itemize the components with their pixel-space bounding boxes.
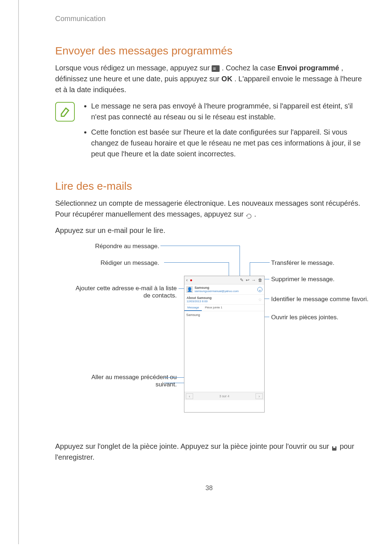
sender-row: 👤 Samsung samsungusermanual@yahoo.com ⌄: [184, 284, 264, 295]
email-diagram: Répondre au message. Rédiger un message.…: [55, 241, 375, 430]
note-block: Le message ne sera pas envoyé à l'heure …: [55, 100, 363, 164]
tab-attachment[interactable]: Pièce jointe 1: [202, 305, 225, 311]
section1-paragraph: Lorsque vous rédigez un message, appuyez…: [55, 62, 363, 95]
forward-icon[interactable]: →: [252, 278, 256, 283]
callout-forward: Transférer le message.: [271, 259, 334, 267]
para5: Appuyez sur l'onglet de la pièce jointe.…: [55, 441, 363, 463]
sender-email: samsungusermanual@yahoo.com: [195, 290, 256, 293]
callout-reply: Répondre au message.: [95, 243, 159, 250]
text: Appuyez sur l'onglet de la pièce jointe.…: [55, 442, 331, 450]
sender-text: Samsung samsungusermanual@yahoo.com: [195, 286, 256, 293]
callout-attachments: Ouvrir les pièces jointes.: [271, 314, 338, 321]
save-icon: [331, 444, 338, 450]
subject-row: About Samsung 12/03/2013 8:00 ☆: [184, 295, 264, 305]
message-count: 3 sur 4: [193, 394, 256, 398]
section2-para3: Sélectionnez un compte de messagerie éle…: [55, 198, 363, 219]
text: Sélectionnez un compte de messagerie éle…: [55, 199, 360, 218]
callout-addcontact: Ajouter cette adresse e-mail à la liste …: [70, 285, 177, 300]
svg-rect-1: [333, 446, 335, 448]
callout-delete: Supprimer le message.: [271, 276, 335, 283]
bold-text: Envoi programmé: [277, 64, 339, 72]
callout-navigate: Aller au message précédent ou suivant.: [70, 374, 177, 389]
text: Lorsque vous rédigez un message, appuyez…: [55, 64, 212, 72]
page-number: 38: [55, 484, 363, 492]
note-item: Le message ne sera pas envoyé à l'heure …: [91, 100, 363, 122]
bold-text: OK: [221, 75, 232, 83]
phone-toolbar: ‹ ● ✎ ↩ → 🗑: [184, 276, 264, 284]
note-list: Le message ne sera pas envoyé à l'heure …: [82, 100, 363, 164]
subject-date: 12/03/2013 8:00: [187, 300, 258, 303]
callout-favorite: Identifier le message comme favori.: [271, 296, 368, 303]
subject-title: About Samsung: [187, 296, 258, 300]
message-body: Samsung: [184, 311, 264, 392]
compose-icon[interactable]: ✎: [240, 278, 244, 283]
text: . Cochez la case: [222, 64, 277, 72]
section2-para4: Appuyez sur un e-mail pour le lire.: [55, 225, 363, 236]
reply-icon[interactable]: ↩: [246, 278, 249, 283]
refresh-icon: [246, 212, 252, 218]
tab-message[interactable]: Message: [184, 305, 202, 311]
sender-name: Samsung: [195, 286, 256, 290]
delete-icon[interactable]: 🗑: [258, 278, 262, 283]
expand-icon[interactable]: ⌄: [257, 287, 262, 292]
prev-button[interactable]: ‹: [186, 393, 193, 399]
back-icon[interactable]: ‹: [186, 278, 188, 283]
page-header: Communication: [55, 15, 363, 23]
star-icon[interactable]: ☆: [258, 297, 262, 302]
text: .: [254, 210, 256, 218]
section1-title: Envoyer des messages programmés: [55, 45, 363, 57]
note-item: Cette fonction est basée sur l'heure et …: [91, 127, 363, 159]
note-icon: [55, 102, 75, 122]
tabs-row: Message Pièce jointe 1: [184, 305, 264, 311]
menu-icon: [212, 65, 220, 72]
section2-title: Lire des e-mails: [55, 180, 363, 192]
phone-mockup: ‹ ● ✎ ↩ → 🗑 👤 Samsung samsungusermanual@…: [184, 276, 265, 413]
next-button[interactable]: ›: [256, 393, 263, 399]
callout-compose: Rédiger un message.: [101, 259, 159, 267]
avatar-icon[interactable]: 👤: [186, 286, 193, 293]
phone-footer: ‹ 3 sur 4 ›: [184, 392, 264, 400]
app-icon: ●: [190, 278, 192, 283]
